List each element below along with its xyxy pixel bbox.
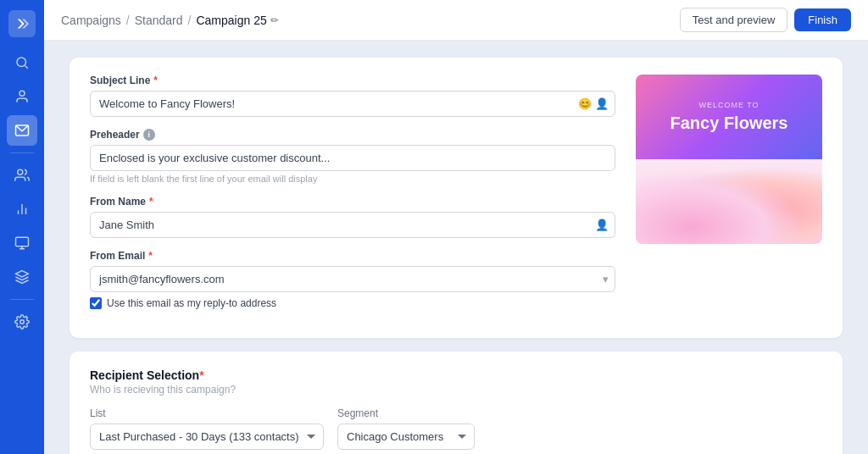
search-nav-icon[interactable] — [7, 47, 37, 78]
finish-button[interactable]: Finish — [794, 8, 851, 31]
sidebar-divider-2 — [10, 299, 34, 300]
email-preview-area: WELCOME TO Fancy Flowers — [636, 75, 822, 321]
list-field-group: List Last Purchased - 30 Days (133 conta… — [90, 407, 324, 450]
from-email-wrapper: ▾ — [90, 266, 615, 292]
from-email-chevron-icon[interactable]: ▾ — [603, 273, 609, 285]
svg-marker-13 — [16, 271, 29, 278]
subject-line-input[interactable] — [90, 91, 615, 117]
svg-point-14 — [20, 320, 25, 324]
preheader-wrapper — [90, 145, 615, 171]
list-label: List — [90, 407, 324, 419]
preheader-hint: If field is left blank the first line of… — [90, 174, 615, 184]
recipient-title: Recipient Selection* — [90, 368, 822, 382]
svg-rect-10 — [16, 237, 29, 246]
edit-campaign-icon[interactable]: ✏ — [270, 14, 279, 26]
chart-nav-icon[interactable] — [7, 194, 37, 224]
content-area: Subject Line* 👤 😊 Preheader i — [44, 41, 868, 454]
preheader-input[interactable] — [90, 145, 615, 171]
recipient-card: Recipient Selection* Who is recieving th… — [70, 352, 843, 454]
sidebar-logo[interactable] — [8, 10, 36, 37]
breadcrumb-sep-1: / — [126, 14, 130, 27]
email-section: Subject Line* 👤 😊 Preheader i — [90, 75, 822, 321]
svg-line-3 — [25, 65, 27, 68]
from-email-label: From Email* — [90, 250, 615, 262]
from-name-label: From Name* — [90, 196, 615, 208]
breadcrumb-campaigns[interactable]: Campaigns — [61, 14, 121, 27]
svg-point-2 — [17, 58, 26, 67]
breadcrumb: Campaigns / Standard / Campaign 25 ✏ — [61, 14, 279, 27]
form-area: Subject Line* 👤 😊 Preheader i — [90, 75, 615, 321]
preview-title: Fancy Flowers — [670, 113, 788, 133]
from-name-input[interactable] — [90, 212, 615, 238]
breadcrumb-sep-2: / — [188, 14, 192, 27]
from-name-personalize-icon[interactable]: 👤 — [595, 219, 609, 231]
breadcrumb-standard[interactable]: Standard — [135, 14, 183, 27]
subject-line-wrapper: 👤 😊 — [90, 91, 615, 117]
header-actions: Test and preview Finish — [680, 8, 851, 32]
preheader-group: Preheader i If field is left blank the f… — [90, 129, 615, 184]
sidebar — [0, 0, 44, 454]
preview-flowers — [636, 159, 822, 244]
segment-label: Segment — [337, 407, 475, 419]
recipient-fields: List Last Purchased - 30 Days (133 conta… — [90, 407, 822, 450]
reply-to-row: Use this email as my reply-to address — [90, 297, 615, 309]
team-nav-icon[interactable] — [7, 160, 37, 191]
segment-select[interactable]: Chicago Customers New York Customers All… — [337, 424, 475, 450]
breadcrumb-current: Campaign 25 ✏ — [196, 14, 278, 27]
flower-decoration — [636, 159, 822, 244]
preview-welcome-text: WELCOME TO — [698, 101, 759, 109]
from-email-group: From Email* ▾ Use this email as my reply… — [90, 250, 615, 309]
svg-point-6 — [18, 169, 23, 174]
subject-emoji-icon[interactable]: 😊 — [578, 97, 592, 110]
email-preview: WELCOME TO Fancy Flowers — [636, 75, 822, 244]
reply-to-label: Use this email as my reply-to address — [107, 297, 276, 309]
monitor-nav-icon[interactable] — [7, 228, 37, 258]
users-nav-icon[interactable] — [7, 81, 37, 112]
from-email-input[interactable] — [90, 266, 615, 292]
main-area: Campaigns / Standard / Campaign 25 ✏ Tes… — [44, 0, 868, 454]
test-preview-button[interactable]: Test and preview — [680, 8, 788, 32]
header: Campaigns / Standard / Campaign 25 ✏ Tes… — [44, 0, 868, 41]
from-name-wrapper: 👤 — [90, 212, 615, 238]
preview-header: WELCOME TO Fancy Flowers — [636, 75, 822, 159]
reply-to-checkbox[interactable] — [90, 297, 102, 309]
svg-point-4 — [19, 91, 25, 96]
recipient-subtitle: Who is recieving this campaign? — [90, 384, 822, 396]
list-select[interactable]: Last Purchased - 30 Days (133 contacts) … — [90, 424, 324, 450]
preheader-info-icon[interactable]: i — [143, 129, 155, 141]
segment-field-group: Segment Chicago Customers New York Custo… — [337, 407, 475, 450]
preheader-label: Preheader i — [90, 129, 615, 141]
subject-line-label: Subject Line* — [90, 75, 615, 86]
settings-nav-icon[interactable] — [7, 307, 37, 337]
email-nav-icon[interactable] — [7, 115, 37, 146]
svg-marker-0 — [18, 19, 25, 29]
layers-nav-icon[interactable] — [7, 262, 37, 292]
subject-personalize-icon[interactable]: 👤 — [595, 97, 609, 110]
email-setup-card: Subject Line* 👤 😊 Preheader i — [70, 58, 843, 338]
subject-line-group: Subject Line* 👤 😊 — [90, 75, 615, 117]
from-name-group: From Name* 👤 — [90, 196, 615, 238]
sidebar-divider-1 — [10, 152, 34, 153]
